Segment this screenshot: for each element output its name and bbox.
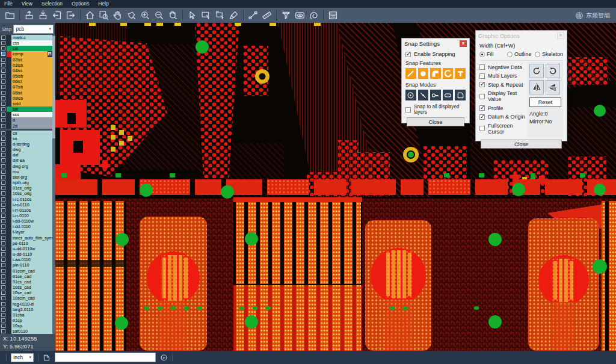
layer-row[interactable]: sss ▦ [0,112,52,117]
layer-row[interactable]: d ▦ [0,117,52,123]
layer-visibility-checkbox[interactable] [1,147,5,152]
script-page-icon[interactable] [43,354,51,362]
layer-row[interactable]: 10ss_orig ▦ [0,191,52,196]
layer-row[interactable]: 10sp ▦ [0,323,52,329]
graphic-checkbox-row[interactable]: Step & Repeat [479,82,527,88]
snap-toggle-icon[interactable] [307,8,321,22]
layer-visibility-checkbox[interactable] [1,107,5,111]
layer-visibility-checkbox[interactable] [1,296,5,300]
snap-text-button[interactable] [455,68,466,79]
layer-row[interactable]: i-dd-0110w ▦ [0,218,52,224]
layer-visibility-checkbox[interactable] [1,175,5,179]
layer-row[interactable]: targ3-0110 ▦ [0,307,52,312]
layer-visibility-checkbox[interactable] [1,63,5,67]
command-input[interactable] [55,353,156,362]
layer-visibility-checkbox[interactable] [1,153,5,157]
snap-line-button[interactable] [405,68,416,79]
zoom-out-icon[interactable] [152,8,166,22]
layer-visibility-checkbox[interactable] [1,313,5,317]
layer-row[interactable]: 10scm_cad ▦ [0,295,52,301]
layer-row[interactable]: dwg-org ▦ [0,164,52,169]
graphic-checkbox-row[interactable]: Multi Layers [479,73,527,79]
graphic-dialog-titlebar[interactable]: Graphic Options ✕ [476,31,567,40]
checkbox-icon[interactable] [479,126,485,131]
checkbox-icon[interactable] [479,73,485,79]
layer-visibility-checkbox[interactable] [1,224,5,229]
layer-row[interactable]: 10ss_cad ▦ [0,285,52,290]
zoom-selection-icon[interactable] [125,8,138,22]
layer-visibility-checkbox[interactable] [1,118,5,122]
layer-visibility-checkbox[interactable] [1,35,5,40]
checkbox-icon[interactable] [479,82,485,87]
layer-row[interactable]: 01cs_cad ▦ [0,279,52,285]
width-radio-option[interactable]: Outline [507,51,532,57]
menu-item[interactable]: Help [98,0,108,8]
layer-visibility-checkbox[interactable] [1,91,5,95]
visibility-eye-icon[interactable] [293,8,307,22]
import-up-icon[interactable] [22,8,36,22]
step-select[interactable]: pcb ▾ [13,25,54,34]
layer-visibility-checkbox[interactable] [1,96,5,100]
layer-visibility-checkbox[interactable] [1,214,5,218]
layer-visibility-checkbox[interactable] [1,274,5,279]
layer-visibility-checkbox[interactable] [1,85,5,89]
layer-visibility-checkbox[interactable] [1,41,5,45]
select-cursor-icon[interactable] [185,8,199,22]
checkbox-icon[interactable] [479,94,485,99]
layer-visibility-checkbox[interactable] [1,329,5,333]
layer-visibility-checkbox[interactable] [1,113,5,117]
layer-visibility-checkbox[interactable] [1,142,5,146]
graphic-close-button[interactable]: Close [481,140,562,149]
layer-row[interactable]: 01ccm_cad ▦ [0,268,52,274]
layer-row[interactable]: u-dd-0110w ▦ [0,246,52,251]
home-view-icon[interactable] [83,8,97,22]
layer-row[interactable]: f-layer ▦ [0,229,52,235]
filter-icon[interactable] [279,8,293,22]
snap-pad-button[interactable] [418,68,429,79]
mirror-vertical-button[interactable] [546,80,560,94]
layer-row[interactable]: i-rc-0110s ▦ [0,197,52,202]
import-down-icon[interactable] [36,8,50,22]
layer-row[interactable]: pin-0110 ▦ [0,262,52,268]
layer-visibility-checkbox[interactable] [1,258,5,262]
layer-visibility-checkbox[interactable] [1,208,5,212]
snap-arc-button[interactable] [443,68,454,79]
layer-visibility-checkbox[interactable] [1,252,5,256]
layer-visibility-checkbox[interactable] [1,74,5,78]
layer-visibility-checkbox[interactable] [1,318,5,322]
layer-row[interactable]: i-dd-0110 ▦ [0,224,52,229]
layer-visibility-checkbox[interactable] [1,197,5,202]
reset-button[interactable]: Reset [529,97,561,107]
layer-row[interactable]: i-rr-0110s ▦ [0,208,52,213]
layer-row[interactable]: i-rr-0110 ▦ [0,213,52,218]
layer-visibility-checkbox[interactable] [1,263,5,267]
checkbox-icon[interactable] [479,105,485,111]
layer-row[interactable]: reg-0110-d ▦ [0,301,52,307]
layer-row[interactable]: mark-c ▦ [0,35,52,40]
checkbox-icon[interactable] [479,64,485,70]
run-command-icon[interactable] [160,354,168,362]
layer-row[interactable]: 01ce_cad ▦ [0,274,52,279]
layer-visibility-checkbox[interactable] [1,291,5,295]
menu-item[interactable]: View [22,0,32,8]
mode-vertex-button[interactable] [455,90,466,100]
layer-visibility-checkbox[interactable] [1,69,5,73]
graphic-checkbox-row[interactable]: Profile [479,105,527,111]
enable-snapping-checkbox[interactable] [405,52,411,57]
layer-visibility-checkbox[interactable] [1,186,5,190]
mode-slot-button[interactable] [443,90,454,100]
close-icon[interactable]: ✕ [557,32,564,39]
rotate-cw-button[interactable] [529,64,544,78]
snap-all-layers-checkbox[interactable] [405,107,411,113]
layer-visibility-checkbox[interactable] [1,170,5,174]
select-rectangle-icon[interactable] [199,8,213,22]
layer-visibility-checkbox[interactable] [1,241,5,245]
layer-visibility-checkbox[interactable] [1,307,5,312]
radio-icon[interactable] [535,52,540,57]
layer-row[interactable]: 10se_cad ▦ [0,290,52,295]
measure-ruler-icon[interactable] [260,8,274,22]
layer-row[interactable]: 05lsb ▦ [0,73,52,79]
close-icon[interactable]: x [460,40,467,47]
layer-visibility-checkbox[interactable] [1,203,5,207]
layer-row[interactable]: sm ▦ [0,106,52,112]
